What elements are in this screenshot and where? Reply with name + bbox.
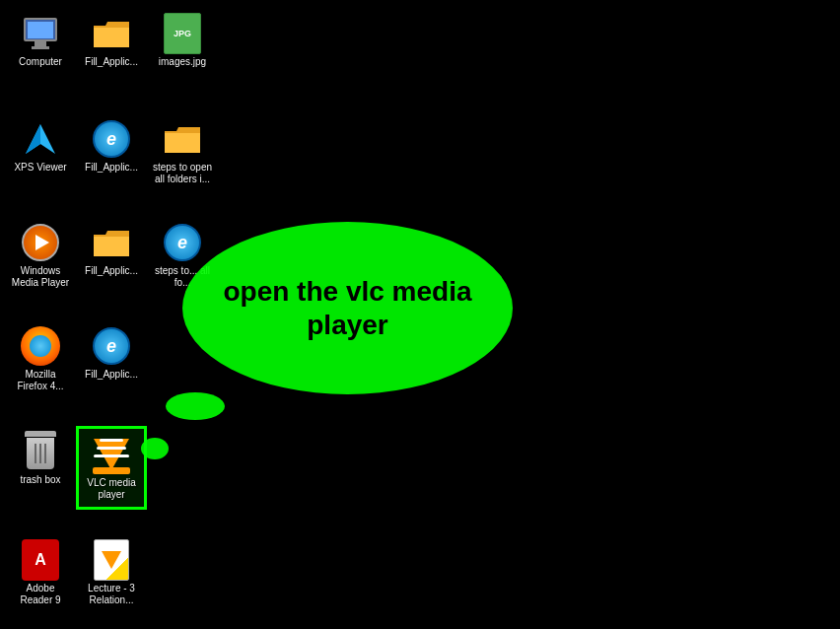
- icon-computer[interactable]: Computer: [5, 8, 76, 74]
- icon-adobe[interactable]: A Adobe Reader 9: [5, 534, 76, 612]
- svg-marker-1: [26, 124, 40, 154]
- icon-vlc[interactable]: VLC media player: [76, 426, 147, 510]
- icon-fill-app-4[interactable]: e Fill_Applic...: [76, 320, 147, 398]
- icon-wmp[interactable]: Windows Media Player: [5, 217, 76, 295]
- icon-images-jpg[interactable]: JPG images.jpg: [147, 8, 218, 74]
- desktop: Computer Fill_Applic... JPG images.jpg: [0, 0, 840, 629]
- icon-xps-viewer[interactable]: XPS Viewer: [5, 113, 76, 191]
- icon-lecture[interactable]: Lecture - 3 Relation...: [76, 534, 147, 612]
- annotation-ellipse-small: [166, 392, 225, 420]
- annotation-ellipse-tiny: [141, 438, 169, 459]
- icon-fill-app-2[interactable]: e Fill_Applic...: [76, 113, 147, 191]
- annotation-text: open the vlc media player: [182, 255, 513, 361]
- icon-fill-app-1[interactable]: Fill_Applic...: [76, 8, 147, 74]
- icon-firefox[interactable]: Mozilla Firefox 4...: [5, 320, 76, 398]
- icon-trash[interactable]: trash box: [5, 426, 76, 510]
- icon-fill-app-3[interactable]: Fill_Applic...: [76, 217, 147, 295]
- annotation-ellipse-main: open the vlc media player: [182, 222, 513, 394]
- icon-steps-open-1[interactable]: steps to open all folders i...: [147, 113, 218, 191]
